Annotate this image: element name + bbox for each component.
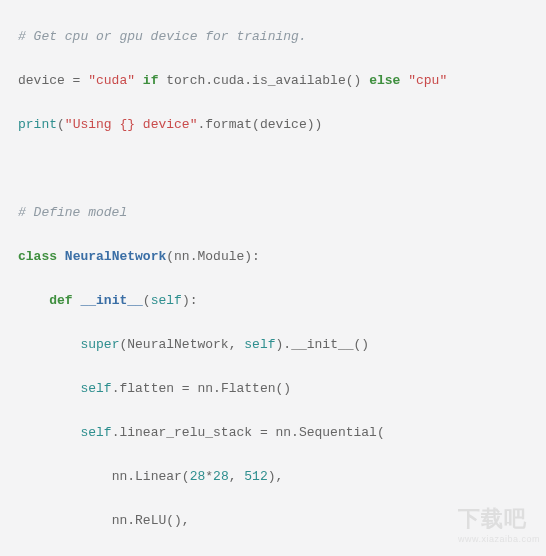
string: "cpu" bbox=[408, 73, 447, 88]
class-name: NeuralNetwork bbox=[65, 249, 166, 264]
blank-line bbox=[18, 158, 528, 180]
code-line: nn.ReLU(), bbox=[18, 510, 528, 532]
code-line: self.flatten = nn.Flatten() bbox=[18, 378, 528, 400]
code-line: # Define model bbox=[18, 202, 528, 224]
code-line: device = "cuda" if torch.cuda.is_availab… bbox=[18, 70, 528, 92]
code-line: super(NeuralNetwork, self).__init__() bbox=[18, 334, 528, 356]
comment: # Get cpu or gpu device for training. bbox=[18, 29, 307, 44]
code-line: # Get cpu or gpu device for training. bbox=[18, 26, 528, 48]
keyword-if: if bbox=[143, 73, 159, 88]
code-line: def __init__(self): bbox=[18, 290, 528, 312]
builtin-super: super bbox=[80, 337, 119, 352]
keyword-class: class bbox=[18, 249, 57, 264]
identifier: device bbox=[18, 73, 65, 88]
string: "cuda" bbox=[88, 73, 135, 88]
code-line: nn.Linear(28*28, 512), bbox=[18, 466, 528, 488]
keyword-def: def bbox=[49, 293, 72, 308]
code-line: self.linear_relu_stack = nn.Sequential( bbox=[18, 422, 528, 444]
comment: # Define model bbox=[18, 205, 127, 220]
code-block: # Get cpu or gpu device for training. de… bbox=[0, 0, 546, 556]
method-name: __init__ bbox=[80, 293, 142, 308]
string: "Using {} device" bbox=[65, 117, 198, 132]
code-line: print("Using {} device".format(device)) bbox=[18, 114, 528, 136]
code-line: class NeuralNetwork(nn.Module): bbox=[18, 246, 528, 268]
builtin-print: print bbox=[18, 117, 57, 132]
keyword-else: else bbox=[369, 73, 400, 88]
